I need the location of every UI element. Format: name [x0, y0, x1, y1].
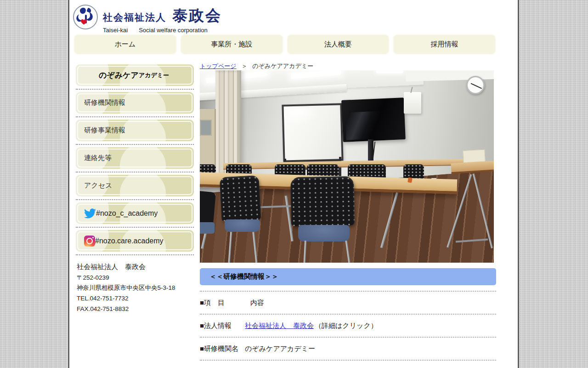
- instagram-handle-label: #nozo.care.academy: [95, 237, 164, 245]
- info-row-note: （詳細はクリック）: [315, 322, 378, 330]
- info-row-label: ■研修機関名: [200, 345, 245, 353]
- org-name-text: 泰政会: [172, 7, 222, 24]
- ceiling-light: [376, 70, 403, 73]
- chair-back: [200, 190, 216, 225]
- org-name-romaji: Taisei-kai: [103, 27, 128, 34]
- training-room-photo: [200, 70, 494, 263]
- info-row-label: ■法人情報: [200, 322, 245, 330]
- sidebar-item-training-org-info[interactable]: 研修機関情報: [76, 92, 194, 114]
- twitter-icon: [84, 207, 96, 219]
- org-subtitle-en: Social welfare corporation: [139, 27, 208, 34]
- org-type-text: 社会福祉法人: [103, 12, 166, 23]
- nav-corporate-overview[interactable]: 法人概要: [287, 34, 390, 55]
- site-title-block: 社会福祉法人泰政会 Taisei-kaiSocial welfare corpo…: [103, 4, 222, 34]
- sidebar-item-label: 研修事業情報: [84, 126, 125, 135]
- instagram-icon: [84, 236, 95, 247]
- sidebar-item-instagram[interactable]: #nozo.care.academy: [76, 230, 194, 252]
- info-row-org-name: ■研修機関名 のぞみケアアカデミー: [200, 338, 496, 361]
- info-row-value: のぞみケアアカデミー: [245, 345, 315, 353]
- contact-org-name: 社会福祉法人 泰政会: [77, 261, 193, 273]
- contact-fax: FAX.042-751-8832: [77, 304, 193, 315]
- main-content: トップページ＞のぞみケアアカデミー: [200, 62, 496, 361]
- wall-unit-box: [404, 92, 421, 114]
- tv-display: [341, 98, 406, 142]
- nav-home[interactable]: ホーム: [74, 34, 177, 55]
- contact-tel: TEL.042-751-7732: [77, 293, 193, 304]
- info-row-value: 内容: [250, 299, 264, 307]
- info-row-corporate: ■法人情報 社会福祉法人 泰政会 （詳細はクリック）: [200, 315, 496, 338]
- wall-clock: [466, 76, 485, 94]
- taiseikai-logo-icon[interactable]: [73, 4, 98, 30]
- door-window: [200, 120, 212, 136]
- contact-info: 社会福祉法人 泰政会 〒252-0239 神奈川県相模原市中央区中央5-3-18…: [76, 255, 194, 315]
- academy-label-sub: アカデミー: [139, 71, 169, 80]
- global-nav: ホーム 事業所・施設 法人概要 採用情報: [74, 34, 496, 55]
- contact-address: 神奈川県相模原市中央区中央5-3-18: [77, 283, 193, 293]
- nav-offices[interactable]: 事業所・施設: [180, 34, 283, 55]
- sidebar-item-academy[interactable]: のぞみケアアカデミー: [76, 64, 194, 86]
- chair-seat: [298, 225, 350, 242]
- sidebar-item-access[interactable]: アクセス: [76, 175, 194, 196]
- chair-back: [290, 176, 354, 226]
- sidebar-item-label: アクセス: [84, 181, 112, 190]
- breadcrumb-separator: ＞: [242, 63, 248, 69]
- corporate-detail-link[interactable]: 社会福祉法人 泰政会: [245, 322, 314, 330]
- breadcrumb-current: のぞみケアアカデミー: [253, 63, 314, 69]
- sidebar-item-label: 連絡先等: [84, 154, 112, 162]
- sidebar: のぞみケアアカデミー 研修機関情報 研修事業情報 連絡先等: [76, 62, 194, 315]
- sidebar-item-training-business-info[interactable]: 研修事業情報: [76, 120, 194, 141]
- info-row-label: ■項 目: [200, 299, 245, 307]
- chair-seat: [200, 222, 215, 234]
- academy-label-main: のぞみケア: [99, 70, 139, 80]
- contact-postal-code: 〒252-0239: [77, 273, 193, 283]
- sidebar-item-twitter[interactable]: #nozo_c_academy: [76, 202, 194, 224]
- page-frame: 社会福祉法人泰政会 Taisei-kaiSocial welfare corpo…: [68, 0, 519, 368]
- chair-back: [219, 175, 261, 222]
- site-header: 社会福祉法人泰政会 Taisei-kaiSocial welfare corpo…: [74, 0, 496, 34]
- chair-seat: [225, 219, 260, 232]
- info-row-header: ■項 目 内容: [200, 292, 496, 315]
- breadcrumb: トップページ＞のぞみケアアカデミー: [200, 62, 496, 70]
- sidebar-item-contact[interactable]: 連絡先等: [76, 147, 194, 169]
- breadcrumb-home-link[interactable]: トップページ: [200, 63, 237, 69]
- nav-recruit[interactable]: 採用情報: [393, 34, 496, 55]
- info-table: ■項 目 内容 ■法人情報 社会福祉法人 泰政会 （詳細はクリック） ■研修機関…: [200, 291, 496, 361]
- section-banner-training-org-info: ＜＜研修機関情報＞＞: [200, 268, 496, 285]
- sidebar-item-label: 研修機関情報: [84, 98, 125, 107]
- whiteboard: [282, 103, 344, 162]
- twitter-handle-label: #nozo_c_academy: [96, 209, 158, 218]
